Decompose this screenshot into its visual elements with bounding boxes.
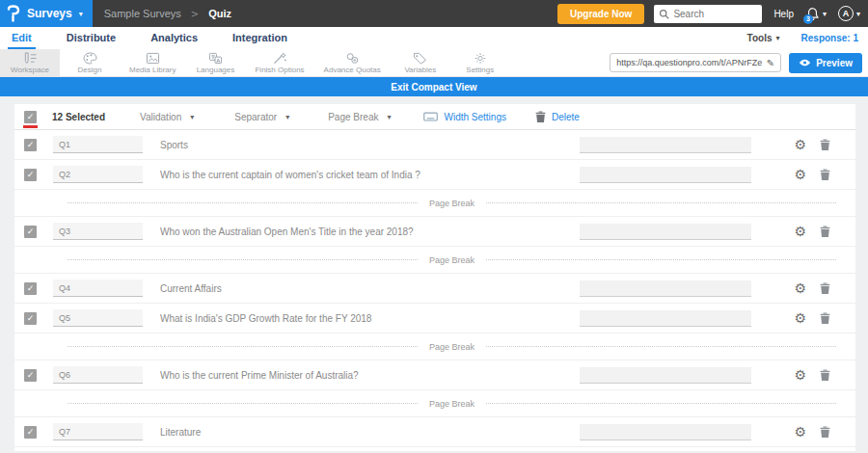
delete-label: Delete xyxy=(552,112,580,122)
row-checkbox[interactable]: ✓ xyxy=(24,369,37,382)
trash-icon[interactable] xyxy=(820,169,830,181)
trash-icon[interactable] xyxy=(820,226,830,238)
gear-icon[interactable]: ⚙ xyxy=(794,168,806,181)
question-row: ✓ Who is the current captain of women's … xyxy=(14,160,855,190)
answer-input[interactable] xyxy=(580,167,751,183)
validation-dropdown[interactable]: Validation ▾ xyxy=(140,112,194,122)
answer-input[interactable] xyxy=(580,137,751,153)
question-row: ✓ Sports ⚙ xyxy=(14,130,855,160)
finish-options-icon xyxy=(273,52,287,65)
trash-icon[interactable] xyxy=(820,139,830,151)
question-code-input[interactable] xyxy=(53,423,143,440)
row-checkbox[interactable]: ✓ xyxy=(24,312,37,325)
response-count-link[interactable]: Response: 1 xyxy=(801,33,858,43)
answer-input[interactable] xyxy=(580,280,751,297)
answer-input[interactable] xyxy=(580,367,751,384)
trash-icon[interactable] xyxy=(820,369,830,382)
toolbar-tab-languages[interactable]: Languages xyxy=(185,49,245,76)
toolbar-tab-workspace[interactable]: Workspace xyxy=(0,49,60,76)
toolbar-tab-settings[interactable]: Settings xyxy=(450,49,510,76)
page-break-line xyxy=(486,403,836,404)
select-all-checkbox[interactable]: ✓ xyxy=(24,111,37,123)
page-break-line xyxy=(68,346,418,347)
toolbar-tab-media-library[interactable]: Media Library xyxy=(120,49,185,76)
tab-integration[interactable]: Integration xyxy=(229,27,291,49)
toolbar-tab-label: Finish Options xyxy=(255,66,304,74)
survey-url-input[interactable] xyxy=(616,58,762,67)
toolbar-tab-variables[interactable]: Variables xyxy=(391,49,450,76)
chevron-down-icon: ▾ xyxy=(856,10,860,18)
page-break-label: Page Break xyxy=(418,399,486,409)
question-code-input[interactable] xyxy=(53,166,143,183)
separator-dropdown[interactable]: Separator ▾ xyxy=(234,112,289,122)
search-icon xyxy=(659,9,669,19)
gear-icon[interactable]: ⚙ xyxy=(794,138,806,151)
top-bar: Surveys ▾ Sample Surveys > Quiz Upgrade … xyxy=(0,0,868,27)
question-code-input[interactable] xyxy=(53,280,143,297)
tools-menu[interactable]: Tools ▾ xyxy=(747,33,780,43)
questionpro-logo-icon xyxy=(6,5,20,22)
avatar: A xyxy=(838,6,854,21)
answer-input[interactable] xyxy=(580,310,751,327)
question-code-input[interactable] xyxy=(53,309,143,327)
answer-input[interactable] xyxy=(580,424,751,440)
question-code-input[interactable] xyxy=(53,136,143,153)
help-link[interactable]: Help xyxy=(773,9,794,19)
selected-count: 12 Selected xyxy=(52,112,105,122)
toolbar-tab-label: Languages xyxy=(197,66,235,74)
width-settings-button[interactable]: Width Settings xyxy=(423,112,505,122)
row-checkbox[interactable]: ✓ xyxy=(24,426,37,439)
question-code-input[interactable] xyxy=(53,223,143,240)
breadcrumb: Sample Surveys > Quiz xyxy=(104,8,231,19)
advance-quotas-icon xyxy=(345,52,360,65)
question-row: ✓ Who won the Australian Open Men's Titl… xyxy=(14,217,855,247)
row-checkbox[interactable]: ✓ xyxy=(24,226,37,238)
preview-button[interactable]: Preview xyxy=(789,53,862,73)
upgrade-now-button[interactable]: Upgrade Now xyxy=(557,4,644,24)
notifications-menu[interactable]: 3 ▾ xyxy=(805,7,827,21)
answer-input[interactable] xyxy=(580,224,751,240)
page-break-line xyxy=(68,259,418,260)
trash-icon[interactable] xyxy=(820,312,830,325)
exit-compact-view-bar[interactable]: Exit Compact View xyxy=(0,77,868,96)
trash-icon[interactable] xyxy=(820,282,830,295)
validation-label: Validation xyxy=(140,112,181,122)
trash-icon[interactable] xyxy=(820,426,830,439)
survey-url-box[interactable]: ✎ xyxy=(610,53,781,72)
question-row: ✓ Current Affairs ⚙ xyxy=(14,274,855,304)
chevron-down-icon: ▾ xyxy=(285,113,289,121)
tab-distribute[interactable]: Distribute xyxy=(63,27,120,49)
tab-edit[interactable]: Edit xyxy=(8,27,36,49)
width-settings-icon xyxy=(423,112,438,121)
tab-analytics[interactable]: Analytics xyxy=(147,27,202,49)
surveys-menu[interactable]: Surveys ▾ xyxy=(0,0,93,27)
chevron-down-icon: ▾ xyxy=(823,10,827,18)
question-text: Current Affairs xyxy=(160,283,580,294)
edit-url-icon[interactable]: ✎ xyxy=(767,58,774,68)
toolbar-tab-label: Media Library xyxy=(129,66,176,74)
toolbar-tab-advance-quotas[interactable]: Advance Quotas xyxy=(314,49,391,76)
question-row: ✓ What is India's GDP Growth Rate for th… xyxy=(14,304,855,333)
nav-tabs: Edit Distribute Analytics Integration xyxy=(8,27,318,49)
settings-icon xyxy=(474,52,487,65)
row-checkbox[interactable]: ✓ xyxy=(24,139,37,151)
breadcrumb-current: Quiz xyxy=(208,8,231,19)
page-break-dropdown[interactable]: Page Break ▾ xyxy=(328,112,391,122)
gear-icon[interactable]: ⚙ xyxy=(794,225,806,238)
gear-icon[interactable]: ⚙ xyxy=(794,311,806,325)
toolbar-tab-design[interactable]: Design xyxy=(60,49,120,76)
delete-button[interactable]: Delete xyxy=(535,111,580,123)
breadcrumb-root[interactable]: Sample Surveys xyxy=(104,8,181,19)
toolbar-tab-finish-options[interactable]: Finish Options xyxy=(245,49,313,76)
account-menu[interactable]: A ▾ xyxy=(838,6,860,21)
bulk-actions-header: ✓ 12 Selected Validation ▾ Separator ▾ P… xyxy=(14,104,855,130)
question-code-input[interactable] xyxy=(53,366,143,384)
gear-icon[interactable]: ⚙ xyxy=(794,425,806,439)
search-input[interactable] xyxy=(673,9,750,19)
search-box[interactable] xyxy=(654,5,762,23)
row-checkbox[interactable]: ✓ xyxy=(24,169,37,181)
gear-icon[interactable]: ⚙ xyxy=(794,281,806,295)
gear-icon[interactable]: ⚙ xyxy=(794,368,806,382)
row-checkbox[interactable]: ✓ xyxy=(24,282,37,295)
chevron-down-icon: ▾ xyxy=(387,113,391,121)
